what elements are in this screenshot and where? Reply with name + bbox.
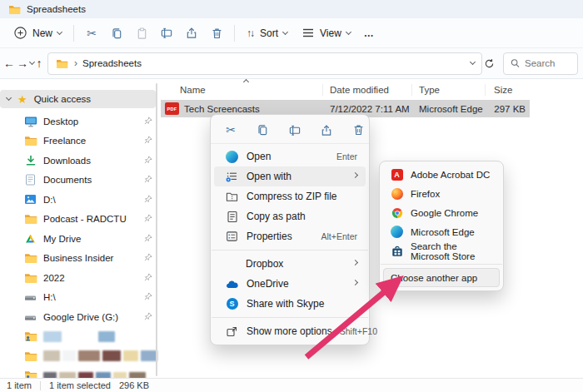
submenu-separator: [381, 264, 502, 265]
pin-icon: [144, 156, 152, 166]
toolbar-divider: [234, 25, 235, 42]
delete-button[interactable]: [349, 120, 369, 140]
menu-item-label: Compress to ZIP file: [247, 191, 357, 202]
up-button[interactable]: ↑: [36, 52, 42, 74]
sidebar-item-business-insider[interactable]: Business Insider: [0, 249, 161, 269]
sidebar-item-label: Business Insider: [43, 253, 138, 263]
address-row: ← → ↑ › Spreadsheets: [0, 48, 583, 79]
menu-item-show-more-options[interactable]: Show more options Shift+F10: [214, 321, 366, 341]
column-label: Type: [419, 85, 440, 95]
sidebar-item-podcast[interactable]: Podcast - RADCTU: [0, 210, 161, 230]
sidebar-item-label: Google Drive (G:): [43, 312, 138, 322]
see-more-button[interactable]: …: [357, 23, 381, 43]
rename-icon: [288, 124, 301, 136]
breadcrumb[interactable]: Spreadsheets: [82, 58, 142, 68]
menu-item-shortcut: Enter: [336, 151, 357, 161]
zip-folder-icon: [225, 190, 239, 203]
menu-item-onedrive[interactable]: OneDrive: [214, 274, 366, 294]
view-icon: [301, 27, 315, 40]
search-box[interactable]: [503, 52, 578, 75]
cut-button[interactable]: ✂: [221, 120, 241, 140]
sidebar-item-2022[interactable]: 2022: [0, 268, 161, 288]
sidebar-item-d-drive[interactable]: D:\: [0, 190, 161, 210]
refresh-icon: [484, 58, 495, 69]
sidebar-item-h-drive[interactable]: H:\: [0, 288, 161, 308]
address-dropdown-icon[interactable]: [470, 59, 476, 65]
file-date-modified: 7/12/2022 7:11 AM: [323, 104, 412, 114]
pin-icon: [144, 214, 152, 224]
show-more-options-icon: [225, 325, 239, 338]
column-header-type[interactable]: Type: [412, 84, 486, 96]
rename-button[interactable]: [285, 120, 305, 140]
sidebar-scrollbar[interactable]: [156, 83, 157, 376]
submenu-item-microsoft-edge[interactable]: Microsoft Edge: [383, 222, 500, 241]
copy-path-icon: [225, 210, 239, 223]
submenu-item-search-microsoft-store[interactable]: Search the Microsoft Store: [383, 241, 500, 261]
sidebar-item-documents[interactable]: Documents: [0, 171, 161, 191]
trash-icon: [352, 123, 365, 136]
new-button[interactable]: New: [7, 22, 68, 44]
pin-icon: [144, 195, 152, 205]
pin-icon: [144, 312, 152, 322]
submenu-item-adobe-acrobat[interactable]: A Adobe Acrobat DC: [383, 165, 500, 184]
menu-item-properties[interactable]: Properties Alt+Enter: [214, 226, 366, 246]
submenu-item-firefox[interactable]: Firefox: [383, 184, 500, 203]
folder-icon: [55, 57, 69, 70]
copy-button[interactable]: [252, 120, 272, 140]
menu-item-dropbox[interactable]: Dropbox: [214, 254, 366, 274]
view-button[interactable]: View: [294, 22, 357, 44]
breadcrumb-separator: ›: [74, 57, 77, 69]
pin-icon: [144, 253, 152, 263]
column-header-name[interactable]: Name: [161, 84, 323, 96]
view-button-label: View: [320, 27, 341, 39]
column-header-date-modified[interactable]: Date modified: [323, 84, 412, 96]
column-header-size[interactable]: Size: [486, 84, 531, 96]
folder-icon: [23, 134, 37, 147]
forward-button[interactable]: →: [17, 52, 28, 74]
menu-item-copy-as-path[interactable]: Copy as path: [214, 206, 366, 226]
sidebar-item-freelance[interactable]: Freelance: [0, 131, 161, 151]
delete-button[interactable]: [204, 22, 229, 44]
document-icon: [23, 173, 37, 186]
address-bar[interactable]: › Spreadsheets: [47, 52, 482, 75]
paste-button[interactable]: [129, 22, 154, 44]
menu-item-open[interactable]: Open Enter: [214, 146, 366, 166]
sidebar-item-redacted[interactable]: [0, 327, 161, 347]
menu-item-compress-to-zip[interactable]: Compress to ZIP file: [214, 186, 366, 206]
back-button[interactable]: ←: [3, 52, 15, 74]
sidebar-item-redacted[interactable]: [0, 346, 161, 366]
column-label: Name: [180, 85, 206, 95]
chevron-down-icon[interactable]: [6, 95, 12, 101]
sidebar-item-my-drive[interactable]: My Drive: [0, 229, 161, 249]
new-button-label: New: [32, 27, 52, 39]
pin-icon: [144, 175, 152, 185]
menu-item-shortcut: Alt+Enter: [321, 231, 357, 241]
refresh-button[interactable]: [484, 52, 495, 74]
sort-button[interactable]: ↑↓ Sort: [240, 23, 294, 43]
submenu-item-choose-another-app[interactable]: Choose another app: [383, 268, 500, 287]
share-button[interactable]: [179, 22, 204, 44]
window-title: Spreadsheets: [27, 4, 86, 14]
sidebar-item-quick-access[interactable]: ★ Quick access: [0, 90, 156, 108]
drive-icon: [23, 310, 37, 324]
share-button[interactable]: [316, 120, 336, 140]
sidebar-item-desktop[interactable]: Desktop: [0, 112, 161, 131]
item-count: 1 item: [7, 380, 32, 390]
sidebar-item-google-drive-g[interactable]: Google Drive (G:): [0, 307, 161, 327]
sidebar-item-label: Podcast - RADCTU: [43, 214, 138, 224]
sidebar-item-downloads[interactable]: Downloads: [0, 151, 161, 171]
search-input[interactable]: [525, 58, 571, 68]
menu-item-open-with[interactable]: Open with: [214, 166, 366, 186]
menu-item-share-with-skype[interactable]: S Share with Skype: [214, 294, 366, 314]
cut-button[interactable]: ✂: [79, 22, 104, 44]
rename-icon: [160, 27, 173, 39]
status-divider: [40, 381, 41, 390]
submenu-item-google-chrome[interactable]: Google Chrome: [383, 203, 500, 222]
menu-item-label: Copy as path: [247, 211, 357, 222]
shared-folder-icon: [23, 330, 37, 343]
copy-button[interactable]: [104, 22, 129, 44]
chevron-down-icon: [346, 28, 351, 34]
rename-button[interactable]: [154, 22, 179, 44]
folder-icon: [23, 212, 37, 226]
recent-locations-button[interactable]: [30, 52, 34, 74]
